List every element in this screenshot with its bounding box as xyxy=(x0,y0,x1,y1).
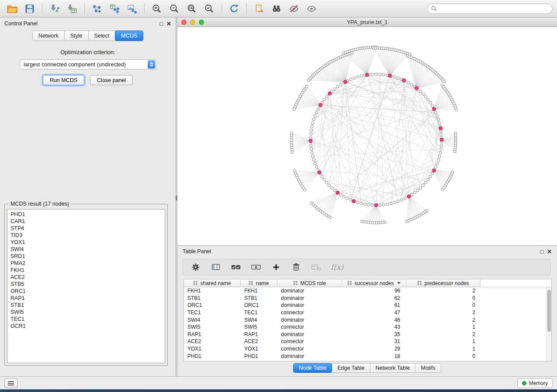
table-row[interactable]: ACE2ACE2connector311 xyxy=(184,338,546,345)
network-hub-node[interactable] xyxy=(336,191,339,194)
mcds-node-item[interactable]: RAP1 xyxy=(7,295,165,302)
network-hub-node[interactable] xyxy=(309,139,312,143)
search-input[interactable] xyxy=(439,6,548,12)
network-node[interactable] xyxy=(360,202,363,205)
tab-network-table[interactable]: Network Table xyxy=(370,363,416,373)
dropdown-stepper-icon[interactable] xyxy=(148,60,155,69)
import-network-icon[interactable] xyxy=(47,2,62,15)
network-node[interactable] xyxy=(310,129,312,132)
network-node[interactable] xyxy=(393,76,396,78)
network-node[interactable] xyxy=(325,181,328,184)
close-mcds-panel-button[interactable]: Close panel xyxy=(90,75,133,85)
network-node[interactable] xyxy=(416,189,419,192)
network-node[interactable] xyxy=(382,203,385,206)
network-node[interactable] xyxy=(400,199,403,201)
close-table-panel-icon[interactable]: ✕ xyxy=(547,249,552,254)
column-header-predecessor-nodes[interactable]: predecessor nodes xyxy=(406,279,481,287)
mcds-node-item[interactable]: TEC1 xyxy=(7,316,165,323)
table-settings-gear-icon[interactable] xyxy=(190,261,201,273)
network-node[interactable] xyxy=(311,151,313,154)
network-node[interactable] xyxy=(309,137,312,139)
network-hub-node[interactable] xyxy=(432,107,436,111)
network-node[interactable] xyxy=(314,115,316,117)
mcds-node-item[interactable]: SRD1 xyxy=(7,253,165,260)
network-node[interactable] xyxy=(441,188,444,191)
float-table-panel-icon[interactable]: □ xyxy=(540,249,543,254)
network-node[interactable] xyxy=(455,108,458,111)
tab-mcds[interactable]: MCDS xyxy=(115,31,143,41)
network-node[interactable] xyxy=(419,186,422,189)
mcds-node-item[interactable]: SWI5 xyxy=(7,309,165,316)
mcds-node-item[interactable]: CAR1 xyxy=(7,218,165,225)
network-node[interactable] xyxy=(434,165,437,168)
network-node[interactable] xyxy=(439,148,442,150)
network-hub-node[interactable] xyxy=(328,92,332,95)
network-node[interactable] xyxy=(310,148,312,150)
mcds-node-item[interactable]: GCR1 xyxy=(7,323,165,330)
show-columns-icon[interactable] xyxy=(210,261,221,273)
network-hub-node[interactable] xyxy=(352,199,356,203)
network-node[interactable] xyxy=(439,151,442,154)
network-node[interactable] xyxy=(371,73,374,76)
mcds-result-list[interactable]: PHD1CAR1STP4TID3YOX1SWI4SRD1PMA2FKH1ACE2… xyxy=(7,209,165,363)
network-node[interactable] xyxy=(407,81,410,84)
network-node[interactable] xyxy=(436,115,439,117)
network-node[interactable] xyxy=(367,203,370,206)
maximize-window-icon[interactable] xyxy=(199,20,204,25)
network-node[interactable] xyxy=(437,158,440,161)
network-hub-node[interactable] xyxy=(439,127,443,130)
import-table-icon[interactable] xyxy=(64,2,80,15)
network-node[interactable] xyxy=(375,73,377,76)
network-hub-node[interactable] xyxy=(388,74,391,77)
mcds-node-item[interactable]: FKH1 xyxy=(7,267,165,274)
memory-button[interactable]: Memory xyxy=(517,378,553,388)
table-row[interactable]: RAP1RAP1dominator352 xyxy=(184,331,546,338)
float-panel-icon[interactable]: □ xyxy=(159,21,163,27)
network-node[interactable] xyxy=(356,76,359,78)
add-column-icon[interactable] xyxy=(270,261,282,273)
network-node[interactable] xyxy=(321,175,323,178)
network-node[interactable] xyxy=(431,104,433,107)
sort-descending-icon[interactable] xyxy=(397,282,401,284)
mcds-node-item[interactable]: TID3 xyxy=(7,232,165,239)
clone-network-icon[interactable] xyxy=(251,2,267,15)
network-node[interactable] xyxy=(422,184,425,186)
network-node[interactable] xyxy=(424,96,427,98)
network-node[interactable] xyxy=(424,181,427,184)
tab-node-table[interactable]: Node Table xyxy=(293,363,332,373)
network-node[interactable] xyxy=(431,172,433,175)
network-node[interactable] xyxy=(390,202,392,205)
network-node[interactable] xyxy=(312,118,315,121)
network-node[interactable] xyxy=(440,144,443,147)
network-node[interactable] xyxy=(438,122,441,124)
column-header-mcds-role[interactable]: MCDS role xyxy=(277,279,342,287)
global-search[interactable] xyxy=(427,3,553,14)
mcds-node-item[interactable]: PMA2 xyxy=(7,260,165,267)
zoom-out-icon[interactable] xyxy=(166,2,182,15)
table-scrollbar[interactable] xyxy=(546,287,551,361)
tab-network[interactable]: Network xyxy=(32,31,65,41)
network-node[interactable] xyxy=(310,144,312,147)
network-node[interactable] xyxy=(323,179,325,181)
tab-style[interactable]: Style xyxy=(64,31,89,41)
network-node[interactable] xyxy=(291,132,293,134)
network-node[interactable] xyxy=(339,193,342,196)
network-from-table-icon[interactable] xyxy=(107,2,122,15)
network-node[interactable] xyxy=(393,201,396,204)
hide-graphics-details-icon[interactable] xyxy=(286,2,302,15)
network-node[interactable] xyxy=(404,197,406,200)
network-node[interactable] xyxy=(382,73,385,76)
network-canvas[interactable] xyxy=(177,27,557,245)
network-hub-node[interactable] xyxy=(319,103,322,107)
show-graphics-details-icon[interactable] xyxy=(304,2,319,15)
network-node[interactable] xyxy=(336,86,339,88)
table-row[interactable]: SWI4SWI4dominator462 xyxy=(184,316,546,323)
network-node[interactable] xyxy=(440,133,443,135)
network-node[interactable] xyxy=(314,162,316,165)
network-graph[interactable] xyxy=(177,27,557,245)
network-node[interactable] xyxy=(346,197,349,200)
minimize-window-icon[interactable] xyxy=(190,20,195,25)
zoom-selected-icon[interactable] xyxy=(201,2,217,15)
new-network-icon[interactable] xyxy=(89,2,105,15)
network-node[interactable] xyxy=(429,101,432,104)
